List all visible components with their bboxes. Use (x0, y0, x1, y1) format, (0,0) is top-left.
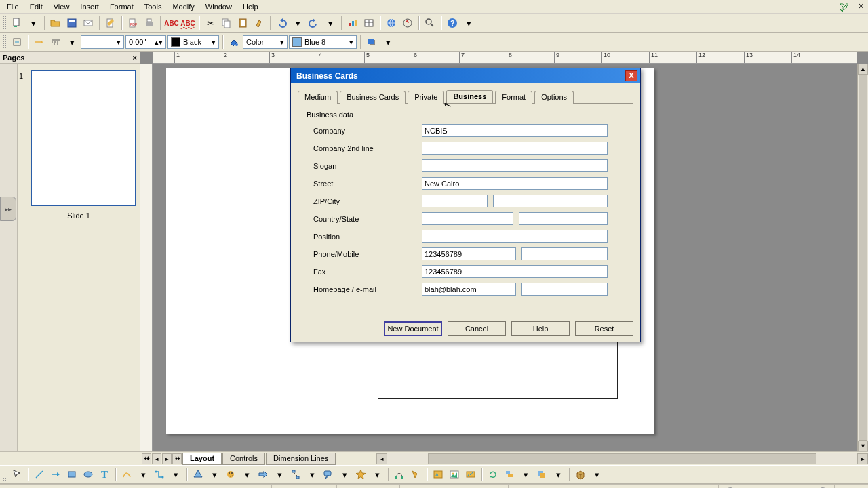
new-dropdown-icon[interactable]: ▾ (26, 16, 41, 30)
tab-format[interactable]: Format (495, 91, 532, 104)
table-icon[interactable] (361, 16, 376, 30)
stars-dropdown[interactable]: ▾ (370, 467, 384, 482)
tab-private[interactable]: Private (408, 91, 444, 104)
help-icon[interactable]: ? (445, 16, 460, 30)
cancel-button[interactable]: Cancel (448, 321, 506, 336)
menu-view[interactable]: View (48, 1, 75, 12)
open-icon[interactable] (48, 16, 63, 30)
new-document-button[interactable]: New Document (384, 321, 442, 336)
cut-icon[interactable]: ✂ (203, 16, 218, 30)
flowchart-dropdown[interactable]: ▾ (304, 467, 319, 482)
tab-business-cards[interactable]: Business Cards (340, 91, 406, 104)
hscroll-thumb[interactable] (428, 453, 816, 464)
drawbar-overflow-icon[interactable]: ▾ (589, 467, 604, 482)
new-document-icon[interactable] (9, 16, 24, 30)
toolbar2-overflow-icon[interactable]: ▾ (380, 35, 395, 49)
scroll-thumb[interactable] (859, 75, 867, 441)
fontwork-icon[interactable]: A (431, 467, 446, 482)
line-color-combo[interactable]: Black ▾ (167, 35, 219, 49)
shadow-icon[interactable] (364, 35, 379, 49)
spellcheck-icon[interactable]: ABC (164, 16, 179, 30)
status-zoom-value[interactable]: 51% (834, 485, 868, 489)
menu-tools[interactable]: Tools (139, 1, 167, 12)
vertical-scrollbar[interactable]: ▲ ▼ (857, 64, 868, 451)
undo-dropdown-icon[interactable]: ▾ (290, 16, 305, 30)
menu-insert[interactable]: Insert (75, 1, 104, 12)
area-fill-icon[interactable] (226, 35, 241, 49)
position-field[interactable] (422, 230, 608, 243)
text-tool-icon[interactable]: T (97, 467, 112, 482)
chart-icon[interactable] (345, 16, 360, 30)
arrow-style-icon[interactable] (9, 35, 24, 49)
basic-shapes-dropdown[interactable]: ▾ (207, 467, 222, 482)
curve-dropdown-icon[interactable]: ▾ (136, 467, 151, 482)
mobile-field[interactable] (521, 247, 608, 260)
redo-dropdown-icon[interactable]: ▾ (323, 16, 338, 30)
window-close-icon[interactable]: ✕ (854, 1, 867, 12)
line-width-combo[interactable]: 0.00"▴▾ (125, 35, 166, 49)
status-style[interactable]: Default (508, 485, 718, 489)
menu-modify[interactable]: Modify (167, 1, 199, 12)
print-icon[interactable] (142, 16, 157, 30)
copy-icon[interactable] (219, 16, 234, 30)
dialog-titlebar[interactable]: Business Cards X (291, 68, 640, 83)
menu-help[interactable]: Help (237, 1, 264, 12)
block-arrows-icon[interactable] (256, 467, 271, 482)
save-icon[interactable] (64, 16, 79, 30)
tab-medium[interactable]: Medium (298, 91, 338, 104)
paste-icon[interactable] (235, 16, 250, 30)
homepage-field[interactable] (422, 283, 516, 296)
company-field[interactable] (422, 124, 608, 137)
sheet-tab-dimension[interactable]: Dimension Lines (266, 453, 336, 465)
panel-expand-grip-icon[interactable]: ▸▸ (0, 197, 16, 221)
gallery-icon[interactable] (463, 467, 478, 482)
toolbar-grip[interactable] (3, 16, 6, 30)
toolbar-overflow-icon[interactable]: ▾ (461, 16, 476, 30)
fax-field[interactable] (422, 265, 608, 278)
toolbar-grip[interactable] (3, 467, 6, 482)
phone-field[interactable] (422, 247, 516, 260)
arrange-icon[interactable] (534, 467, 549, 482)
export-pdf-icon[interactable]: PDF (125, 16, 140, 30)
format-paintbrush-icon[interactable] (252, 16, 267, 30)
connector-tool-icon[interactable] (152, 467, 167, 482)
state-field[interactable] (519, 212, 608, 225)
dialog-close-icon[interactable]: X (625, 70, 637, 81)
symbol-shapes-icon[interactable] (223, 467, 238, 482)
zip-field[interactable] (422, 195, 488, 207)
align-icon[interactable] (502, 467, 517, 482)
auto-spellcheck-icon[interactable]: ABC (180, 16, 195, 30)
curve-tool-icon[interactable] (119, 467, 134, 482)
ellipse-tool-icon[interactable] (81, 467, 96, 482)
arrow-tool-icon[interactable] (48, 467, 63, 482)
street-field[interactable] (422, 177, 608, 190)
edit-file-icon[interactable] (103, 16, 118, 30)
status-signature[interactable] (399, 485, 427, 489)
stars-icon[interactable] (353, 467, 368, 482)
email-field[interactable] (521, 283, 608, 296)
fill-mode-combo[interactable]: Color▾ (243, 35, 288, 49)
align-dropdown-icon[interactable]: ▾ (518, 467, 533, 482)
toolbar-grip[interactable] (3, 35, 6, 49)
line-endings-icon[interactable] (32, 35, 47, 49)
rectangle-tool-icon[interactable] (64, 467, 79, 482)
tab-nav-prev-icon[interactable]: ◂ (152, 453, 161, 464)
line-style-dropdown[interactable]: ▾ (64, 35, 79, 49)
email-icon[interactable] (81, 16, 96, 30)
country-field[interactable] (422, 212, 513, 225)
menu-edit[interactable]: Edit (24, 1, 48, 12)
tab-business[interactable]: Business (446, 90, 493, 103)
pages-close-icon[interactable]: × (133, 54, 137, 62)
line-style-icon[interactable] (48, 35, 63, 49)
connector-dropdown-icon[interactable]: ▾ (168, 467, 183, 482)
undo-icon[interactable] (274, 16, 289, 30)
redo-icon[interactable] (307, 16, 321, 30)
basic-shapes-icon[interactable] (191, 467, 205, 482)
menu-file[interactable]: File (1, 1, 24, 12)
symbol-shapes-dropdown[interactable]: ▾ (239, 467, 254, 482)
line-style-combo[interactable]: ▾ (81, 35, 124, 49)
block-arrows-dropdown[interactable]: ▾ (272, 467, 287, 482)
menu-window[interactable]: Window (200, 1, 237, 12)
tab-nav-next-icon[interactable]: ▸ (162, 453, 172, 464)
tab-nav-last-icon[interactable]: ⯮ (172, 453, 182, 464)
